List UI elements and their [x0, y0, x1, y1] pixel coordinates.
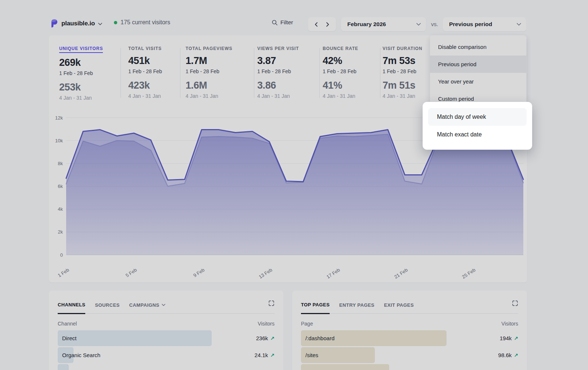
menu-item-match-exact-date[interactable]: Match exact date [428, 126, 527, 143]
comparison-match-popup: Match day of week Match exact date [423, 102, 532, 150]
menu-item-match-day-of-week[interactable]: Match day of week [428, 108, 527, 126]
dim-overlay [0, 0, 588, 370]
